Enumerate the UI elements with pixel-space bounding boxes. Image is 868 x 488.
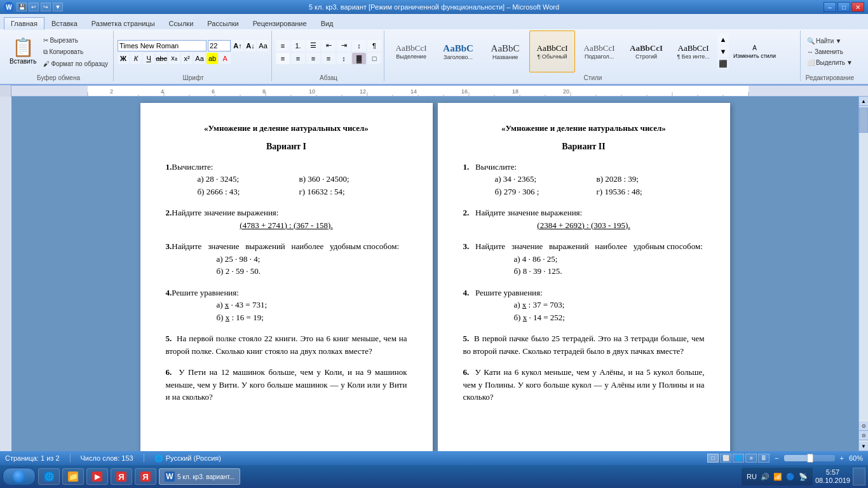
show-desktop-button[interactable] [853, 468, 865, 485]
svg-text:6: 6 [212, 88, 215, 95]
numbered-list-button[interactable]: 1. [291, 40, 305, 51]
styles-up-button[interactable]: ▲ [717, 34, 729, 45]
select-button[interactable]: ⬜ Выделить▼ [804, 58, 855, 67]
media-button[interactable]: ▶ [86, 468, 108, 485]
vertical-ruler [0, 97, 11, 451]
highlight-button[interactable]: ab [207, 53, 218, 64]
font-color-button[interactable]: A [219, 53, 231, 64]
font-name-input[interactable] [118, 40, 207, 51]
font-grow-button[interactable]: A↑ [232, 40, 243, 51]
superscript-button[interactable]: x² [181, 53, 193, 64]
line-spacing-button[interactable]: ↕ [337, 53, 351, 64]
paste-icon: 📋 [12, 39, 34, 57]
style-label: Название [492, 54, 518, 60]
find-button[interactable]: 🔍 Найти▼ [804, 36, 855, 46]
prev-page-button[interactable]: ⊙ [859, 421, 868, 431]
ribbon-content: 📋 Вставить ✂ Вырезать ⧉ Копировать 🖌 Фор… [0, 29, 868, 84]
styles-down-button[interactable]: ▼ [717, 46, 729, 57]
tab-references[interactable]: Ссылки [162, 17, 201, 29]
undo-button[interactable]: ↩ [29, 3, 39, 11]
clear-format-button[interactable]: Aa [257, 40, 269, 51]
svg-text:18: 18 [512, 88, 519, 95]
style-title[interactable]: AaBbC Название [482, 30, 528, 72]
subscript-button[interactable]: x₂ [168, 53, 180, 64]
tab-home[interactable]: Главная [4, 17, 44, 30]
border-button[interactable]: □ [367, 53, 381, 64]
task6-text-v1: 6. У Пети на 12 машинок больше, чем у Ко… [166, 366, 407, 403]
cut-button[interactable]: ✂ Вырезать [41, 36, 111, 45]
style-strict[interactable]: AaBbCcI Строгий [623, 30, 669, 72]
task3-item2: б) 2 · 59 · 50. [217, 265, 407, 278]
dropdown-arrow[interactable]: ▼ [53, 3, 63, 11]
justify-button[interactable]: ≡ [322, 53, 336, 64]
style-no-spacing[interactable]: AaBbCcI ¶ Без инте... [670, 30, 716, 72]
redo-button[interactable]: ↪ [41, 3, 51, 11]
outline-button[interactable]: ≡ [745, 454, 757, 463]
full-screen-button[interactable]: ⬜ [720, 454, 731, 463]
explorer-button[interactable]: 🌐 [38, 468, 60, 485]
tab-mailings[interactable]: Рассылки [200, 17, 245, 29]
font-shrink-button[interactable]: A↓ [245, 40, 256, 51]
shading-button[interactable]: ▓ [352, 53, 366, 64]
document-area[interactable]: «Умножение и деление натуральных чисел» … [11, 97, 858, 451]
align-right-button[interactable]: ≡ [306, 53, 320, 64]
web-layout-button[interactable]: 🌐 [733, 454, 744, 463]
italic-button[interactable]: К [130, 53, 142, 64]
change-styles-button[interactable]: A Изменить стили [730, 31, 779, 72]
format-painter-icon: 🖌 [43, 60, 50, 67]
zoom-handle[interactable] [807, 454, 813, 463]
minimize-button[interactable]: – [824, 2, 836, 12]
bold-button[interactable]: Ж [118, 53, 129, 64]
styles-expand-button[interactable]: ⬛ [717, 58, 729, 69]
tab-insert[interactable]: Вставка [44, 17, 85, 29]
style-subtitle[interactable]: AaBbCcI Подзагол... [576, 30, 622, 72]
font-size-input[interactable] [208, 40, 231, 51]
format-painter-button[interactable]: 🖌 Формат по образцу [41, 59, 111, 69]
multilevel-list-button[interactable]: ☰ [306, 40, 320, 51]
word-taskbar-label: 5 кл. кр3. вариант... [177, 473, 234, 480]
maximize-button[interactable]: □ [837, 2, 850, 12]
decrease-indent-button[interactable]: ⇤ [322, 40, 336, 51]
close-button[interactable]: ✕ [851, 2, 864, 12]
style-normal[interactable]: AaBbCcI ¶ Обычный [529, 30, 575, 72]
scroll-thumb[interactable] [859, 107, 868, 133]
tab-review[interactable]: Рецензирование [246, 17, 314, 29]
task3-items-v1: а) 25 · 98 · 4; б) 2 · 59 · 50. [166, 253, 407, 278]
case-button[interactable]: Aa [194, 53, 205, 64]
tab-view[interactable]: Вид [314, 17, 341, 29]
replace-button[interactable]: ↔ Заменить [804, 47, 855, 57]
zoom-slider[interactable] [784, 455, 835, 461]
show-marks-button[interactable]: ¶ [367, 40, 381, 51]
copy-label: Копировать [49, 48, 83, 55]
copy-button[interactable]: ⧉ Копировать [41, 47, 111, 57]
yandex-button[interactable]: Я [111, 468, 132, 485]
start-button[interactable] [3, 468, 36, 485]
scroll-track[interactable] [859, 106, 868, 420]
bullet-list-button[interactable]: ≡ [276, 40, 290, 51]
zoom-out-button[interactable]: − [775, 454, 778, 462]
sort-button[interactable]: ↕ [352, 40, 366, 51]
task4-header-v1: 4.Решите уравнения: [166, 287, 407, 299]
align-left-button[interactable]: ≡ [276, 53, 290, 64]
increase-indent-button[interactable]: ⇥ [337, 40, 351, 51]
svg-text:10: 10 [309, 88, 315, 95]
word-taskbar-button[interactable]: W 5 кл. кр3. вариант... [159, 468, 240, 485]
draft-button[interactable]: ≣ [758, 454, 770, 463]
print-layout-button[interactable]: □ [707, 454, 719, 463]
align-center-button[interactable]: ≡ [291, 53, 305, 64]
style-heading[interactable]: AaBbC Заголово... [435, 30, 481, 72]
next-page-button[interactable]: ⊙ [859, 431, 868, 440]
style-selection[interactable]: AaBbCcI Выделение [388, 30, 434, 72]
save-button[interactable]: 💾 [17, 3, 27, 11]
scroll-down-button[interactable]: ▼ [859, 442, 868, 451]
files-button[interactable]: 📁 [62, 468, 84, 485]
vertical-ruler-svg [0, 97, 11, 451]
paste-button[interactable]: 📋 Вставить [6, 32, 39, 72]
scrollbar-right[interactable]: ▲ ⊙ ⊙ ▼ [858, 97, 868, 451]
zoom-in-button[interactable]: + [840, 454, 844, 462]
tab-layout[interactable]: Разметка страницы [85, 17, 162, 29]
yandex2-button[interactable]: Я [135, 468, 156, 485]
scroll-up-button[interactable]: ▲ [859, 97, 868, 106]
strikethrough-button[interactable]: abc [156, 53, 167, 64]
underline-button[interactable]: Ч [143, 53, 154, 64]
